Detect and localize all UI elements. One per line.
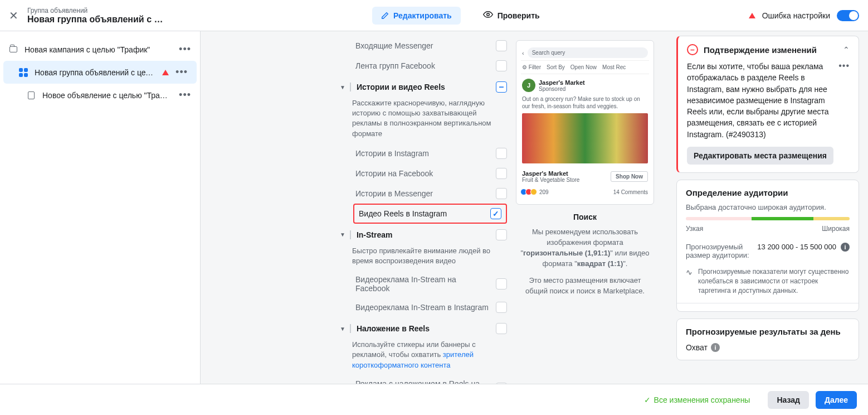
- checkbox[interactable]: [496, 148, 507, 159]
- more-icon[interactable]: •••: [838, 61, 850, 71]
- sortby-chip: Sort By: [547, 64, 565, 70]
- placement-ig-stories[interactable]: Истории в Instagram: [340, 143, 507, 163]
- checkbox[interactable]: [496, 323, 507, 334]
- svg-point-0: [486, 13, 489, 16]
- preview-comments: 14 Comments: [613, 189, 648, 195]
- reach-label: Охват: [686, 343, 708, 352]
- close-icon[interactable]: ✕: [9, 9, 18, 22]
- sidebar-adset-label: Новая группа объявлений с цель…: [35, 68, 155, 77]
- trend-icon: ∿: [686, 267, 693, 295]
- filter-chip: ⚙ Filter: [522, 64, 541, 70]
- adset-icon: [19, 68, 28, 77]
- phone-preview: ‹ Search query ⚙ Filter Sort By Open Now…: [516, 40, 654, 205]
- placement-fb-group-feed[interactable]: Лента групп Facebook: [340, 56, 507, 76]
- sidebar-item-adset[interactable]: Новая группа объявлений с цель… •••: [3, 61, 197, 84]
- preview-likes: 209: [539, 189, 549, 195]
- placement-fb-reels-overlay[interactable]: Реклама с наложением в Reels на Facebook: [340, 375, 507, 384]
- pencil-icon: [381, 12, 389, 20]
- checkbox[interactable]: [496, 229, 507, 240]
- checkbox[interactable]: [496, 168, 507, 179]
- right-panel: – Подтверждение изменений ⌃ Если вы хоти…: [667, 31, 868, 384]
- eye-icon: [483, 9, 493, 21]
- document-icon: [27, 91, 36, 100]
- reactions-icon: [522, 189, 537, 195]
- chevron-up-icon[interactable]: ⌃: [843, 45, 850, 54]
- sidebar-campaign-label: Новая кампания с целью "Трафик": [25, 45, 172, 54]
- title-block: Группа объявлений Новая группа объявлени…: [27, 7, 172, 25]
- confirm-title: Подтверждение изменений: [704, 45, 837, 55]
- placement-ig-instream[interactable]: Видеореклама In-Stream в Instagram: [340, 297, 507, 317]
- sidebar-item-ad[interactable]: Новое объявление с целью "Тра… •••: [0, 84, 200, 107]
- campaign-tree-sidebar: Новая кампания с целью "Трафик" ••• Нова…: [0, 31, 201, 384]
- preview-image: [522, 113, 648, 163]
- confirm-changes-card: – Подтверждение изменений ⌃ Если вы хоти…: [676, 36, 859, 173]
- preview-sponsored: Sponsored: [539, 86, 585, 92]
- section-stories-desc: Расскажите красноречивую, наглядную исто…: [340, 98, 507, 143]
- placement-fb-stories[interactable]: Истории на Facebook: [340, 163, 507, 184]
- sidebar-item-campaign[interactable]: Новая кампания с целью "Трафик" •••: [0, 38, 200, 61]
- more-icon[interactable]: •••: [175, 66, 188, 78]
- preview-caption: Out on a grocery run? Make sure to stock…: [522, 95, 648, 110]
- saved-indicator: ✓ Все изменения сохранены: [644, 395, 750, 404]
- checkbox[interactable]: [496, 278, 507, 289]
- checkbox[interactable]: [496, 60, 507, 71]
- edit-button[interactable]: Редактировать: [372, 7, 461, 25]
- edit-button-label: Редактировать: [393, 11, 452, 20]
- audience-definition-card: Определение аудитории Выбрана достаточно…: [676, 180, 859, 312]
- confirm-body: Если вы хотите, чтобы ваша реклама отобр…: [687, 61, 834, 140]
- back-button[interactable]: Назад: [768, 391, 809, 409]
- error-circle-icon: –: [687, 44, 698, 55]
- preview-brand: Jasper's Market: [539, 79, 585, 86]
- checkbox[interactable]: [496, 302, 507, 313]
- error-triangle-icon: [749, 13, 755, 18]
- more-icon[interactable]: •••: [179, 89, 191, 101]
- preview-desc-2: Это место размещения включает общий поис…: [516, 276, 654, 297]
- check-icon: ✓: [644, 395, 651, 404]
- chevron-down-icon: ▼: [340, 84, 345, 90]
- section-stories-reels[interactable]: ▼ Истории и видео Reels –: [340, 76, 507, 98]
- shop-now-button: Shop Now: [611, 171, 648, 182]
- checkbox-checked[interactable]: ✓: [490, 208, 501, 219]
- preview-title: Поиск: [516, 213, 654, 221]
- daily-results-card: Прогнозируемые результаты за день Охват …: [676, 319, 859, 360]
- placement-ig-reels[interactable]: Видео Reels в Instagram ✓: [359, 208, 501, 219]
- preview-store-name: Jasper's Market: [522, 170, 579, 177]
- next-button[interactable]: Далее: [816, 391, 857, 409]
- daily-title: Прогнозируемые результаты за день: [686, 327, 850, 336]
- check-button-label: Проверить: [498, 11, 540, 20]
- preview-store-cat: Fruit & Vegetable Store: [522, 177, 579, 183]
- placement-msgr-stories[interactable]: Истории в Messenger: [340, 184, 507, 204]
- section-in-stream[interactable]: ▼ In-Stream: [340, 224, 507, 246]
- header-title: Новая группа объявлений с …: [27, 15, 172, 25]
- status-toggle[interactable]: [837, 10, 859, 21]
- opennow-chip: Open Now: [570, 64, 597, 70]
- warning-icon: [162, 70, 169, 75]
- audience-narrow-label: Узкая: [686, 225, 703, 233]
- edit-placements-button[interactable]: Редактировать места размещения: [687, 147, 833, 165]
- preview-desc-1: Мы рекомендуем использовать изображения …: [516, 227, 654, 269]
- audience-size-label: Прогнозируемый размер аудитории:: [686, 243, 753, 259]
- mostrec-chip: Most Rec: [602, 64, 626, 70]
- placement-messenger-inbox[interactable]: Входящие Messenger: [340, 36, 507, 56]
- info-icon[interactable]: i: [711, 343, 720, 352]
- avatar-icon: J: [522, 79, 535, 92]
- chevron-down-icon: ▼: [340, 326, 345, 332]
- placement-fb-instream[interactable]: Видеореклама In-Stream на Facebook: [340, 271, 507, 297]
- preview-column: ‹ Search query ⚙ Filter Sort By Open Now…: [507, 36, 663, 384]
- check-button[interactable]: Проверить: [474, 5, 549, 26]
- section-reels-overlay[interactable]: ▼ Наложение в Reels: [340, 317, 507, 340]
- back-chevron-icon: ‹: [522, 50, 524, 56]
- sidebar-ad-label: Новое объявление с целью "Тра…: [42, 91, 172, 100]
- checkbox[interactable]: [496, 40, 507, 51]
- chevron-down-icon: ▼: [340, 231, 345, 238]
- info-icon[interactable]: i: [841, 243, 850, 252]
- bottom-bar: ✓ Все изменения сохранены Назад Далее: [0, 384, 868, 415]
- section-overlay-desc: Используйте стикеры или баннеры с реклам…: [340, 340, 507, 375]
- more-icon[interactable]: •••: [179, 44, 191, 55]
- audience-title: Определение аудитории: [686, 188, 850, 197]
- placements-column: Входящие Messenger Лента групп Facebook …: [201, 31, 667, 384]
- top-center-actions: Редактировать Проверить: [181, 5, 740, 26]
- folder-icon: [9, 45, 18, 54]
- checkbox-indeterminate[interactable]: –: [496, 81, 507, 93]
- checkbox[interactable]: [496, 188, 507, 199]
